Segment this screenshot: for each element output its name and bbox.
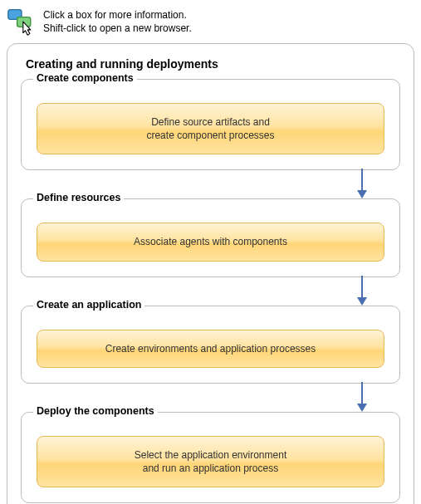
stage-define-resources: Define resources Associate agents with c… [21,198,400,276]
action-line: Associate agents with components [46,235,375,248]
svg-marker-7 [357,404,367,412]
arrow-down-icon [354,169,370,200]
stage-title: Create components [33,72,137,84]
stage-title: Deploy the components [33,405,158,417]
hint-header: Click a box for more information. Shift-… [7,7,414,37]
svg-marker-3 [357,190,367,198]
action-line: and run an application process [46,462,375,475]
stage-deploy-components: Deploy the components Select the applica… [21,412,400,503]
svg-marker-5 [357,297,367,306]
action-line: Define source artifacts and [46,115,375,129]
click-box-icon [7,7,37,37]
action-create-environments[interactable]: Create environments and application proc… [37,330,384,368]
stage-create-components: Create components Define source artifact… [21,79,400,170]
hint-line-1: Click a box for more information. [43,8,192,22]
action-select-environment-run[interactable]: Select the application environment and r… [37,436,384,487]
arrow-down-icon [354,276,370,307]
main-panel: Creating and running deployments Create … [7,43,414,504]
stage-title: Create an application [33,299,144,311]
action-line: Select the application environment [46,448,375,462]
action-line: create component processes [46,129,375,142]
action-associate-agents[interactable]: Associate agents with components [37,223,384,261]
main-title: Creating and running deployments [26,57,400,71]
hint-text: Click a box for more information. Shift-… [43,7,192,35]
hint-line-2: Shift-click to open a new browser. [43,22,192,35]
action-define-source-artifacts[interactable]: Define source artifacts and create compo… [37,103,384,154]
stage-create-application: Create an application Create environment… [21,306,400,384]
action-line: Create environments and application proc… [46,342,375,355]
stage-title: Define resources [33,192,124,203]
arrow-down-icon [354,382,370,413]
